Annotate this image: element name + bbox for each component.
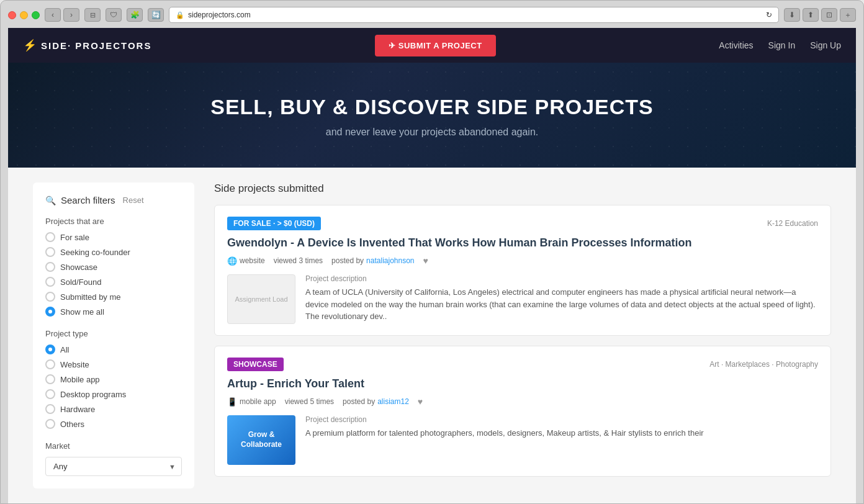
project-meta: 🌐 website viewed 3 times posted by natal… (227, 256, 818, 266)
author-link[interactable]: nataliajohnson (366, 256, 414, 265)
signin-link[interactable]: Sign In (768, 40, 796, 50)
projects-section: Side projects submitted FOR SALE · > $0 … (214, 182, 831, 488)
shield-icon: 🛡 (106, 8, 122, 22)
type-filter-options: All Website Mobile app Desktop programs (45, 344, 182, 429)
filter-seeking-cofounder[interactable]: Seeking co-founder (45, 247, 182, 257)
project-thumbnail: Grow & Collaborate (227, 415, 295, 465)
radio-type-desktop[interactable] (45, 389, 55, 399)
radio-type-all[interactable] (45, 344, 55, 354)
radio-type-others[interactable] (45, 419, 55, 429)
views-meta: viewed 3 times (274, 256, 323, 265)
type-website-label: Website (60, 360, 89, 369)
type-others-label: Others (60, 420, 84, 429)
reset-link[interactable]: Reset (123, 196, 144, 205)
browser-toolbar: ‹ › ⊟ 🛡 🧩 🔄 🔒 sideprojectors.com ↻ ⬇ ⬆ ⊡… (8, 7, 856, 23)
activities-link[interactable]: Activities (719, 40, 753, 50)
type-mobile-app[interactable]: Mobile app (45, 374, 182, 384)
filter-sold-found[interactable]: Sold/Found (45, 277, 182, 287)
type-hardware[interactable]: Hardware (45, 404, 182, 414)
views-text: viewed 5 times (285, 397, 334, 406)
type-desktop-label: Desktop programs (60, 390, 126, 399)
author-link[interactable]: alisiam12 (377, 397, 409, 406)
posted-meta: posted by nataliajohnson (331, 256, 414, 265)
close-button[interactable] (8, 11, 16, 19)
filter-showcase-label: Showcase (60, 263, 97, 272)
thumbnail-text: Assignment Load (235, 295, 288, 303)
browser-right-icons: ⬇ ⬆ ⊡ ＋ (784, 8, 856, 22)
lock-icon: 🔒 (176, 11, 184, 19)
type-others[interactable]: Others (45, 419, 182, 429)
description-label: Project description (305, 415, 704, 424)
website-icon: 🌐 (227, 256, 237, 266)
sidebar: 🔍 Search filters Reset Projects that are… (33, 182, 194, 488)
type-all-label: All (60, 345, 69, 354)
filter-seeking-cofounder-label: Seeking co-founder (60, 248, 130, 257)
project-card: FOR SALE · > $0 (USD) K-12 Education Gwe… (214, 205, 831, 336)
radio-type-website[interactable] (45, 359, 55, 369)
back-button[interactable]: ‹ (45, 8, 61, 22)
views-text: viewed 3 times (274, 256, 323, 265)
heart-icon[interactable]: ♥ (418, 397, 423, 407)
projects-filter-options: For sale Seeking co-founder Showcase Sol… (45, 232, 182, 317)
refresh-icon: 🔄 (148, 8, 164, 22)
type-desktop[interactable]: Desktop programs (45, 389, 182, 399)
tag-for-sale: FOR SALE · > $0 (USD) (227, 217, 321, 230)
forward-button[interactable]: › (63, 8, 79, 22)
signup-link[interactable]: Sign Up (810, 40, 841, 50)
card-categories: Art · Marketplaces · Photography (709, 360, 818, 369)
project-body: Assignment Load Project description A te… (227, 274, 818, 324)
hero-section: SELL, BUY & DISCOVER SIDE PROJECTS and n… (8, 63, 856, 168)
posted-meta: posted by alisiam12 (343, 397, 409, 406)
market-select[interactable]: Any (45, 457, 182, 476)
filter-submitted-by-me[interactable]: Submitted by me (45, 292, 182, 302)
project-title[interactable]: Gwendolyn - A Device Is Invented That Wo… (227, 236, 818, 250)
radio-type-mobile[interactable] (45, 374, 55, 384)
filter-for-sale[interactable]: For sale (45, 232, 182, 242)
search-icon: 🔍 (45, 196, 56, 205)
type-website[interactable]: Website (45, 359, 182, 369)
main-content: 🔍 Search filters Reset Projects that are… (8, 168, 856, 503)
card-header: FOR SALE · > $0 (USD) K-12 Education (227, 217, 818, 230)
project-description: A team of UCLA (University of California… (305, 286, 818, 323)
type-all[interactable]: All (45, 344, 182, 354)
new-tab-icon[interactable]: ＋ (840, 8, 856, 22)
project-title[interactable]: Artup - Enrich Your Talent (227, 377, 818, 390)
fullscreen-icon[interactable]: ⊡ (821, 8, 837, 22)
filter-show-all[interactable]: Show me all (45, 307, 182, 317)
filter-submitted-by-me-label: Submitted by me (60, 292, 121, 302)
filter-showcase[interactable]: Showcase (45, 262, 182, 272)
type-label: website (240, 256, 265, 265)
share-icon[interactable]: ⬆ (803, 8, 819, 22)
nav-center: ✈ SUBMIT A PROJECT (151, 35, 719, 56)
site-logo: ⚡ SIDE· PROJECTORS (23, 38, 151, 52)
type-label: mobile app (240, 397, 276, 406)
radio-type-hardware[interactable] (45, 404, 55, 414)
radio-seeking-cofounder[interactable] (45, 247, 55, 257)
minimize-button[interactable] (20, 11, 28, 19)
radio-show-all[interactable] (45, 307, 55, 317)
heart-icon[interactable]: ♥ (423, 256, 428, 266)
download-icon[interactable]: ⬇ (784, 8, 800, 22)
radio-showcase[interactable] (45, 262, 55, 272)
browser-window: ‹ › ⊟ 🛡 🧩 🔄 🔒 sideprojectors.com ↻ ⬇ ⬆ ⊡… (0, 0, 864, 504)
logo-text: SIDE· PROJECTORS (41, 40, 151, 51)
project-meta: 📱 mobile app viewed 5 times posted by al… (227, 397, 818, 407)
type-mobile-label: Mobile app (60, 375, 100, 384)
filter-for-sale-label: For sale (60, 233, 89, 242)
radio-sold-found[interactable] (45, 277, 55, 287)
tab-icon: ⊟ (84, 8, 101, 22)
extensions-icon: 🧩 (127, 8, 143, 22)
radio-submitted-by-me[interactable] (45, 292, 55, 302)
filter-show-all-label: Show me all (60, 307, 104, 317)
reload-icon[interactable]: ↻ (766, 11, 772, 19)
project-type-title: Project type (45, 329, 182, 338)
description-label: Project description (305, 274, 818, 283)
traffic-lights (8, 11, 40, 19)
radio-for-sale[interactable] (45, 232, 55, 242)
filter-sold-found-label: Sold/Found (60, 277, 102, 287)
project-thumbnail: Assignment Load (227, 274, 295, 324)
maximize-button[interactable] (32, 11, 40, 19)
hero-title: SELL, BUY & DISCOVER SIDE PROJECTS (20, 95, 844, 119)
submit-project-button[interactable]: ✈ SUBMIT A PROJECT (375, 35, 496, 56)
address-bar[interactable]: 🔒 sideprojectors.com ↻ (169, 7, 779, 23)
